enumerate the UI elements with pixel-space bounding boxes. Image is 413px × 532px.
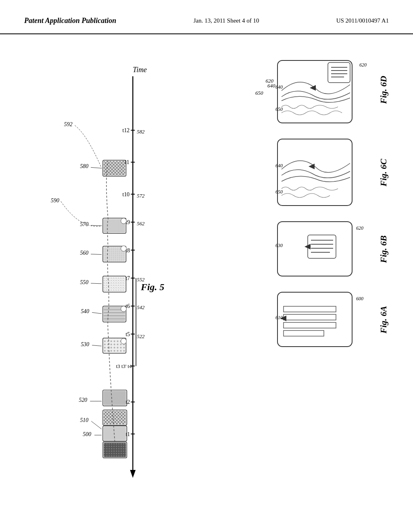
- svg-text:550: 550: [80, 279, 88, 285]
- svg-rect-110: [277, 139, 352, 206]
- svg-text:620: 620: [359, 62, 367, 68]
- fig6b-row: 620 630 Fig. 6B: [275, 220, 389, 278]
- svg-text:592: 592: [64, 122, 73, 128]
- svg-line-41: [91, 421, 102, 429]
- svg-rect-124: [284, 306, 336, 312]
- fig6a-row: 600 610 Fig. 6A: [275, 290, 389, 349]
- svg-text:640: 640: [275, 163, 283, 168]
- fig6a-svg: 600 610: [275, 290, 372, 349]
- svg-marker-111: [309, 164, 315, 169]
- svg-rect-114: [277, 222, 352, 276]
- svg-text:540: 540: [81, 309, 89, 315]
- svg-text:t10: t10: [123, 191, 130, 197]
- svg-rect-101: [328, 62, 350, 83]
- svg-rect-43: [104, 411, 126, 425]
- fig6d-label: Fig. 6D: [378, 76, 389, 104]
- svg-text:522: 522: [137, 334, 145, 339]
- ref-620d: 620: [266, 78, 274, 84]
- svg-rect-125: [284, 314, 336, 320]
- fig6c-svg: 640 650: [275, 137, 372, 208]
- svg-line-71: [91, 226, 102, 226]
- svg-text:562: 562: [137, 221, 145, 227]
- svg-rect-100: [277, 60, 352, 123]
- svg-text:650: 650: [275, 106, 283, 112]
- fig6c-label: Fig. 6C: [378, 159, 389, 186]
- patent-number: US 2011/0010497 A1: [336, 16, 389, 25]
- fig6d-row: 640 650 620: [263, 54, 389, 125]
- fig6-diagrams: 640 650 620: [186, 42, 397, 514]
- svg-text:t5: t5: [125, 331, 130, 337]
- svg-rect-35: [104, 443, 126, 457]
- svg-text:610: 610: [275, 315, 283, 320]
- svg-point-50: [121, 339, 127, 344]
- svg-text:t2: t2: [125, 399, 130, 405]
- svg-text:542: 542: [137, 305, 145, 311]
- svg-text:620: 620: [356, 225, 363, 231]
- svg-text:Time: Time: [133, 66, 147, 74]
- fig6d-svg: 620 640 650: [275, 54, 372, 125]
- svg-text:520: 520: [79, 397, 87, 403]
- svg-text:500: 500: [83, 431, 91, 437]
- svg-text:640: 640: [275, 84, 283, 90]
- svg-text:580: 580: [80, 164, 88, 170]
- fig6a-label: Fig. 6A: [378, 306, 389, 333]
- fig6c-row: 640 650 Fig. 6C: [275, 137, 389, 208]
- svg-text:t1: t1: [125, 431, 130, 437]
- svg-marker-106: [310, 85, 316, 91]
- svg-rect-126: [284, 322, 336, 328]
- svg-line-66: [91, 254, 102, 255]
- svg-text:572: 572: [137, 193, 145, 199]
- fig6b-svg: 620 630: [275, 220, 372, 278]
- sheet-info: Jan. 13, 2011 Sheet 4 of 10: [194, 16, 259, 25]
- svg-point-69: [121, 218, 127, 224]
- svg-text:t3 t3' t4: t3 t3' t4: [116, 364, 132, 369]
- svg-text:t12: t12: [123, 127, 130, 133]
- svg-line-52: [92, 345, 102, 346]
- svg-point-64: [121, 246, 127, 251]
- svg-text:650: 650: [275, 189, 283, 195]
- svg-point-55: [121, 306, 127, 312]
- svg-text:Fig. 5: Fig. 5: [140, 282, 164, 292]
- svg-text:582: 582: [137, 129, 145, 135]
- publication-title: Patent Application Publication: [24, 16, 116, 25]
- svg-rect-37: [104, 427, 126, 441]
- fig6b-label: Fig. 6B: [378, 235, 389, 263]
- svg-line-75: [91, 168, 102, 168]
- main-content: Time t1 t2 t3 t3' t4 t5 t6 t7 t: [0, 34, 413, 522]
- svg-text:590: 590: [51, 197, 59, 204]
- svg-text:570: 570: [80, 221, 88, 227]
- svg-text:560: 560: [80, 250, 88, 256]
- svg-text:510: 510: [80, 417, 88, 423]
- page-header: Patent Application Publication Jan. 13, …: [0, 0, 413, 34]
- svg-rect-115: [308, 235, 336, 258]
- svg-text:530: 530: [81, 341, 89, 347]
- svg-text:630: 630: [275, 243, 283, 248]
- fig5-diagram: Time t1 t2 t3 t3' t4 t5 t6 t7 t: [16, 42, 186, 514]
- svg-rect-45: [104, 391, 126, 405]
- svg-marker-2: [130, 470, 136, 478]
- svg-rect-59: [104, 277, 125, 291]
- svg-rect-127: [284, 330, 324, 336]
- svg-text:600: 600: [356, 296, 363, 301]
- fig5-svg: Time t1 t2 t3 t3' t4 t5 t6 t7 t: [16, 42, 186, 514]
- svg-rect-123: [277, 292, 352, 347]
- ref-650d: 650: [255, 90, 263, 96]
- svg-line-57: [92, 313, 102, 314]
- svg-line-61: [91, 283, 102, 284]
